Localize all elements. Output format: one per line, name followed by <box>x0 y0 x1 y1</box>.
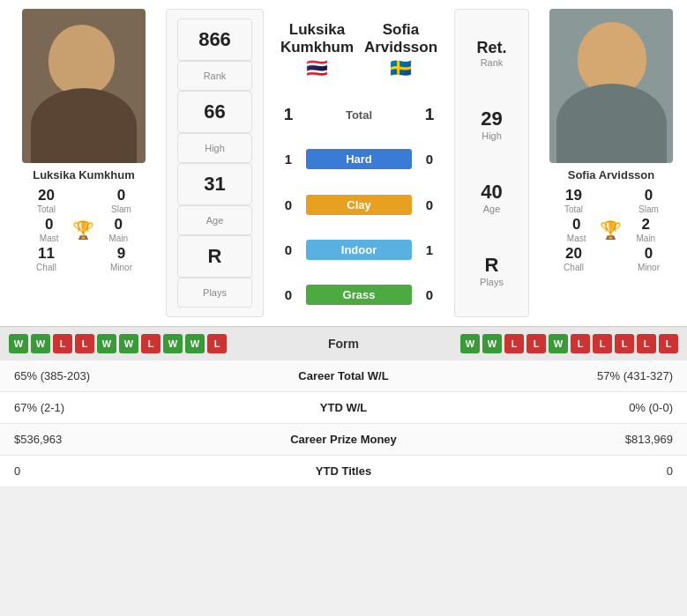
hard-badge: Hard <box>306 149 412 169</box>
right-age-label: Age <box>466 204 518 214</box>
grass-right-score: 0 <box>412 287 447 302</box>
career-left-value: 67% (2-1) <box>0 392 275 424</box>
form-label: Form <box>328 337 359 351</box>
career-left-value: 65% (385-203) <box>0 360 275 392</box>
form-badge-right: L <box>571 334 590 353</box>
career-center-label: YTD Titles <box>275 456 413 487</box>
left-total-score: 1 <box>271 105 306 124</box>
form-badge-right: L <box>504 334 524 353</box>
left-minor-cell: 9 Minor <box>88 245 154 272</box>
left-flag: 🇹🇭 <box>275 57 359 78</box>
table-row: 67% (2-1) YTD W/L 0% (0-0) <box>0 392 687 424</box>
grass-badge: Grass <box>306 285 412 305</box>
career-right-value: 0% (0-0) <box>412 392 687 424</box>
clay-badge: Clay <box>306 195 412 215</box>
right-stats-box: Ret. Rank 29 High 40 Age R Plays <box>454 9 529 317</box>
right-total-value: 19 <box>541 187 607 204</box>
left-name-line1: Luksika <box>289 21 345 38</box>
hard-right-score: 0 <box>412 152 447 167</box>
right-player-col: Sofia Arvidsson 19 Total 0 Slam 0 Mast <box>536 9 686 272</box>
left-rank-label: Rank <box>177 61 252 91</box>
left-player-photo <box>22 9 146 163</box>
right-player-photo <box>549 9 673 163</box>
form-badge-right: L <box>637 334 656 353</box>
form-badge-left: W <box>31 334 50 353</box>
left-slam-label: Slam <box>88 204 154 214</box>
form-badge-right: L <box>526 334 546 353</box>
left-total-label: Total <box>13 204 79 214</box>
left-chall-cell: 11 Chall <box>13 245 79 272</box>
career-left-value: 0 <box>0 456 275 487</box>
mid-col: 866 Rank 66 High 31 Age R Plays <box>166 9 529 317</box>
total-row: 1 Total 1 <box>271 105 447 124</box>
clay-row: 0 Clay 0 <box>271 195 447 215</box>
form-badge-left: W <box>9 334 28 353</box>
career-right-value: $813,969 <box>412 424 687 456</box>
right-age-value: 40 <box>466 181 518 204</box>
left-rank-cell: 866 Rank <box>177 19 252 91</box>
table-row: 0 YTD Titles 0 <box>0 456 687 487</box>
left-player-col: Luksika Kumkhum 20 Total 0 Slam 0 Mast <box>9 9 159 272</box>
right-mast-cell: 0 Mast <box>567 216 586 243</box>
grass-left-score: 0 <box>271 287 306 302</box>
left-chall-value: 11 <box>13 245 79 263</box>
right-total-score: 1 <box>412 105 447 124</box>
career-center-label: YTD W/L <box>275 392 413 424</box>
form-badge-left: W <box>163 334 183 353</box>
player-info-row: Luksika Kumkhum 20 Total 0 Slam 0 Mast <box>0 0 687 326</box>
table-row: $536,963 Career Prize Money $813,969 <box>0 424 687 456</box>
indoor-left-score: 0 <box>271 242 306 257</box>
left-mast-cell: 0 Mast <box>40 216 59 243</box>
left-stats-grid: 20 Total 0 Slam 0 Mast 🏆 0 <box>9 187 159 272</box>
left-total-cell: 20 Total <box>13 187 79 214</box>
form-badge-right: L <box>659 334 678 353</box>
trophy-icon-right: 🏆 <box>600 220 622 240</box>
form-badge-left: W <box>97 334 116 353</box>
right-slam-value: 0 <box>616 187 682 204</box>
form-badge-right: W <box>482 334 502 353</box>
right-mast-value: 0 <box>567 216 586 234</box>
form-badge-left: L <box>207 334 227 353</box>
left-high-cell: 66 High <box>177 91 252 163</box>
left-minor-label: Minor <box>88 263 154 272</box>
form-section: WWLLWWLWWL Form WWLLWLLLLL <box>0 326 687 360</box>
right-plays-label: Plays <box>466 277 518 287</box>
right-plays-cell: R Plays <box>466 254 518 287</box>
right-player-name-center: Sofia Arvidsson <box>359 21 443 56</box>
left-minor-value: 9 <box>88 245 154 263</box>
form-badge-right: L <box>615 334 634 353</box>
center-header: Luksika Kumkhum 🇹🇭 Sofia Arvidsson 🇸🇪 <box>271 21 447 78</box>
left-plays-cell: R Plays <box>177 235 252 308</box>
form-badge-right: L <box>593 334 612 353</box>
left-main-label: Main <box>108 234 128 243</box>
right-rank-label: Rank <box>466 57 518 68</box>
left-slam-value: 0 <box>88 187 154 204</box>
clay-right-score: 0 <box>412 197 447 212</box>
left-plays-value: R <box>177 235 252 278</box>
left-mast-value: 0 <box>40 216 59 234</box>
left-player-name: Luksika Kumkhum <box>33 168 135 182</box>
right-main-label: Main <box>636 234 655 243</box>
left-high-label: High <box>177 133 252 163</box>
hard-row: 1 Hard 0 <box>271 149 447 169</box>
right-stats-grid: 19 Total 0 Slam 0 Mast 🏆 2 <box>536 187 686 272</box>
indoor-badge: Indoor <box>306 240 412 260</box>
left-main-cell: 0 Main <box>108 216 128 243</box>
left-name-line2: Kumkhum <box>280 39 354 56</box>
clay-left-score: 0 <box>271 197 306 212</box>
right-rank-cell: Ret. Rank <box>466 39 518 68</box>
grass-row: 0 Grass 0 <box>271 285 447 305</box>
right-form-badges: WWLLWLLLLL <box>460 334 678 353</box>
score-col: Luksika Kumkhum 🇹🇭 Sofia Arvidsson 🇸🇪 <box>271 9 447 317</box>
right-high-value: 29 <box>466 108 518 130</box>
indoor-row: 0 Indoor 1 <box>271 240 447 260</box>
right-name-line1: Sofia <box>383 21 420 38</box>
right-main-cell: 2 Main <box>636 216 655 243</box>
form-badge-left: L <box>75 334 94 353</box>
career-center-label: Career Prize Money <box>275 424 413 456</box>
right-chall-cell: 20 Chall <box>541 245 607 272</box>
left-form-badges: WWLLWWLWWL <box>9 334 227 353</box>
form-badge-right: W <box>460 334 480 353</box>
form-badge-left: W <box>185 334 205 353</box>
right-trophy-icon: 🏆 <box>600 219 622 241</box>
